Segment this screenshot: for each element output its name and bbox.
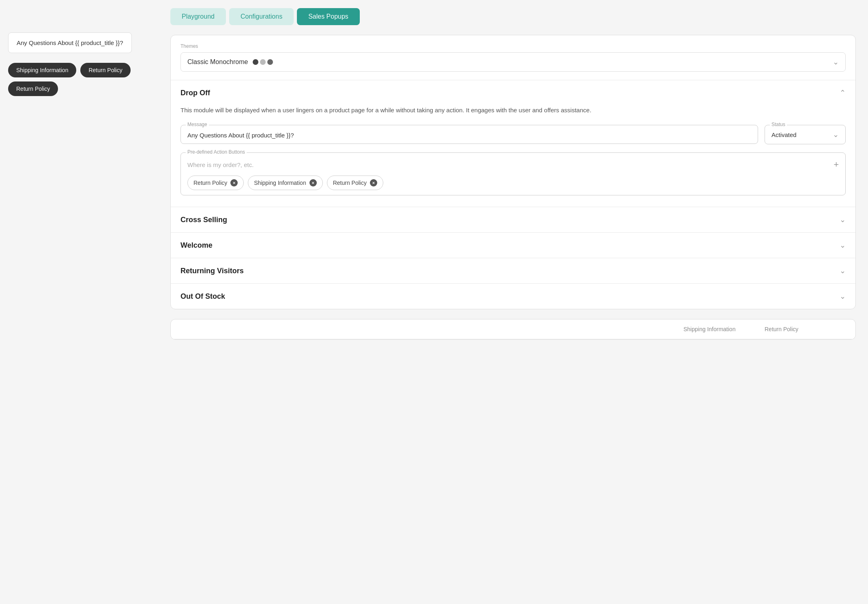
dropoff-accordion: Drop Off ⌃ This module will be displayed… bbox=[171, 80, 855, 207]
preview-message: Any Questions About {{ product_title }}? bbox=[8, 32, 132, 53]
message-status-row: Message Any Questions About {{ product_t… bbox=[180, 125, 846, 144]
themes-label: Themes bbox=[180, 43, 846, 49]
remove-shipping-button[interactable]: × bbox=[309, 179, 317, 186]
predefined-buttons-wrapper: Pre-defined Action Buttons Where is my o… bbox=[180, 152, 846, 195]
preview-tag-return-1: Return Policy bbox=[80, 63, 130, 77]
predefined-input-row: Where is my order?, etc. + bbox=[187, 159, 839, 170]
color-dots bbox=[253, 59, 273, 65]
message-label: Message bbox=[186, 122, 209, 127]
status-value: Activated bbox=[771, 131, 797, 138]
status-wrapper: Activated ⌄ bbox=[771, 130, 839, 139]
action-tags-list: Return Policy × Shipping Information × R… bbox=[187, 176, 839, 190]
right-panel: Playground Configurations Sales Popups T… bbox=[158, 0, 868, 604]
preview-tag-return-2: Return Policy bbox=[8, 81, 58, 96]
cross-selling-header[interactable]: Cross Selling ⌄ bbox=[171, 207, 855, 232]
cross-selling-chevron-down-icon: ⌄ bbox=[840, 215, 846, 224]
returning-visitors-accordion: Returning Visitors ⌄ bbox=[171, 258, 855, 284]
message-field[interactable]: Message Any Questions About {{ product_t… bbox=[180, 125, 758, 144]
bottom-col-return: Return Policy bbox=[765, 326, 846, 332]
bottom-section: Shipping Information Return Policy bbox=[170, 319, 856, 340]
action-tag-return-1: Return Policy × bbox=[187, 176, 244, 190]
predefined-input-placeholder: Where is my order?, etc. bbox=[187, 161, 254, 168]
add-action-button-icon[interactable]: + bbox=[834, 159, 839, 170]
preview-tags: Shipping Information Return Policy Retur… bbox=[8, 63, 146, 96]
message-group: Message Any Questions About {{ product_t… bbox=[180, 125, 758, 144]
preview-tag-shipping: Shipping Information bbox=[8, 63, 76, 77]
welcome-accordion: Welcome ⌄ bbox=[171, 233, 855, 258]
welcome-title: Welcome bbox=[180, 241, 213, 250]
themes-section: Themes Classic Monochrome ⌄ bbox=[171, 35, 855, 80]
dropoff-accordion-header[interactable]: Drop Off ⌃ bbox=[171, 80, 855, 105]
cross-selling-title: Cross Selling bbox=[180, 216, 227, 224]
welcome-header[interactable]: Welcome ⌄ bbox=[171, 233, 855, 258]
status-field[interactable]: Status Activated ⌄ bbox=[765, 125, 846, 144]
out-of-stock-header[interactable]: Out Of Stock ⌄ bbox=[171, 284, 855, 309]
remove-return-1-button[interactable]: × bbox=[230, 179, 238, 186]
dropoff-description: This module will be displayed when a use… bbox=[180, 105, 846, 115]
content-area: Themes Classic Monochrome ⌄ Drop Off ⌃ bbox=[170, 35, 856, 309]
status-chevron-down-icon: ⌄ bbox=[833, 130, 839, 139]
tab-configurations[interactable]: Configurations bbox=[229, 8, 294, 25]
out-of-stock-accordion: Out Of Stock ⌄ bbox=[171, 284, 855, 309]
themes-select-value: Classic Monochrome bbox=[187, 58, 273, 66]
tabs-bar: Playground Configurations Sales Popups bbox=[170, 8, 856, 25]
dot-mid bbox=[260, 59, 266, 65]
dropoff-content: This module will be displayed when a use… bbox=[171, 105, 855, 207]
status-group: Status Activated ⌄ bbox=[765, 125, 846, 144]
themes-select[interactable]: Classic Monochrome ⌄ bbox=[180, 52, 846, 72]
tab-playground[interactable]: Playground bbox=[170, 8, 226, 25]
returning-visitors-header[interactable]: Returning Visitors ⌄ bbox=[171, 258, 855, 283]
message-value: Any Questions About {{ product_title }}? bbox=[187, 132, 751, 139]
bottom-col-shipping: Shipping Information bbox=[683, 326, 765, 332]
left-panel: Any Questions About {{ product_title }}?… bbox=[0, 0, 158, 604]
returning-visitors-title: Returning Visitors bbox=[180, 267, 244, 275]
tab-sales-popups[interactable]: Sales Popups bbox=[297, 8, 360, 25]
bottom-table-header: Shipping Information Return Policy bbox=[171, 319, 855, 339]
welcome-chevron-down-icon: ⌄ bbox=[840, 241, 846, 250]
dropoff-title: Drop Off bbox=[180, 89, 210, 97]
out-of-stock-title: Out Of Stock bbox=[180, 292, 225, 301]
action-tag-return-2: Return Policy × bbox=[327, 176, 383, 190]
remove-return-2-button[interactable]: × bbox=[370, 179, 377, 186]
out-of-stock-chevron-down-icon: ⌄ bbox=[840, 292, 846, 301]
dropoff-chevron-up-icon: ⌃ bbox=[840, 88, 846, 97]
action-tag-shipping: Shipping Information × bbox=[248, 176, 322, 190]
themes-chevron-down-icon: ⌄ bbox=[833, 58, 839, 66]
dot-light bbox=[267, 59, 273, 65]
bottom-col-empty bbox=[180, 326, 683, 332]
status-label: Status bbox=[770, 122, 787, 127]
predefined-label: Pre-defined Action Buttons bbox=[186, 149, 247, 155]
returning-visitors-chevron-down-icon: ⌄ bbox=[840, 266, 846, 275]
cross-selling-accordion: Cross Selling ⌄ bbox=[171, 207, 855, 233]
dot-dark bbox=[253, 59, 258, 65]
